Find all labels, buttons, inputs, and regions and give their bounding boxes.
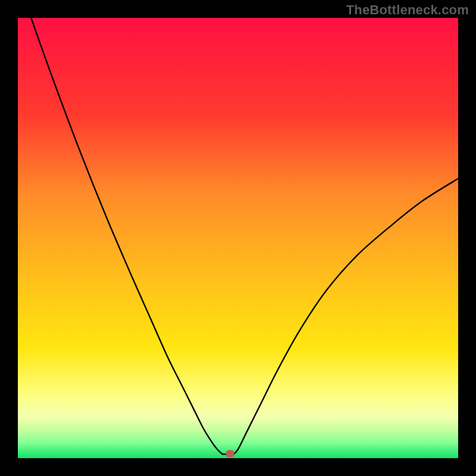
plot-background — [18, 18, 458, 458]
optimum-marker — [226, 450, 234, 458]
bottleneck-chart — [0, 0, 476, 476]
chart-frame: TheBottleneck.com — [0, 0, 476, 476]
